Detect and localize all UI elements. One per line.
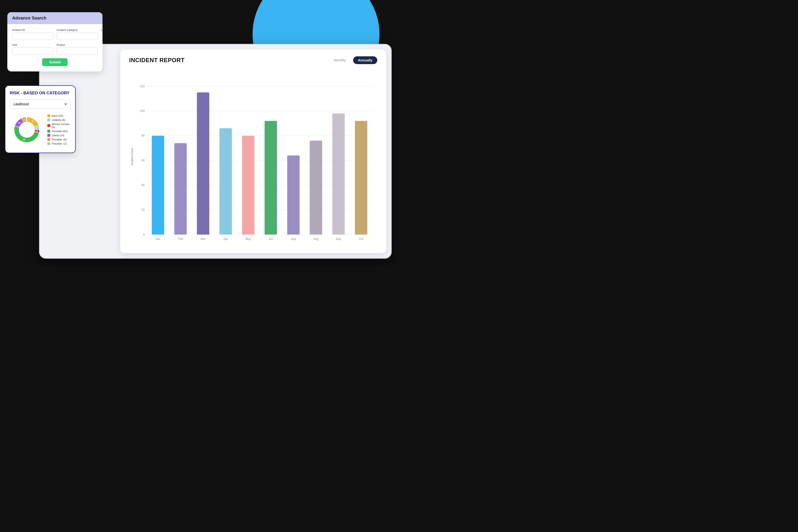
legend-color-box [47, 138, 50, 141]
legend-item: Unlikely-(6) [47, 118, 71, 121]
advance-search-card: Advance Search Incident ID Incident Cate… [7, 12, 103, 72]
location-label: Location [101, 28, 103, 32]
incident-id-input[interactable] [12, 33, 53, 40]
legend-label: Almost Certain-(4) [52, 122, 71, 129]
svg-text:20: 20 [32, 120, 34, 122]
advance-search-header: Advance Search [7, 12, 103, 24]
unit-group: Unit [12, 43, 53, 55]
incident-id-label: Incident ID [12, 28, 53, 32]
location-group: Location [101, 28, 103, 40]
legend-color-box [47, 130, 50, 133]
chart-area: Incident Count [129, 69, 377, 244]
project-input[interactable] [57, 48, 97, 55]
likelihood-select[interactable]: Likelihood Rare Unlikely Almost Certain … [10, 99, 71, 109]
legend-item: Rare-(20) [47, 114, 71, 117]
legend-color-box [47, 134, 50, 137]
legend-label: Rare-(20) [52, 114, 63, 117]
legend-item: Possible -(6) [47, 138, 71, 141]
unit-input[interactable] [12, 48, 53, 55]
submit-row: Submit [12, 58, 97, 66]
legend-label: Unlikely-(6) [52, 118, 66, 121]
legend-color-box [47, 124, 50, 127]
y-axis-label: Incident Count [129, 69, 133, 244]
annually-toggle-button[interactable]: Annually [353, 56, 377, 64]
legend-item: Possible -(1) [47, 142, 71, 145]
donut-container: 206453146 [10, 113, 44, 147]
incident-header: INCIDENT REPORT Monthly Annually [129, 56, 377, 64]
legend-list: Rare-(20)Unlikely-(6)Almost Certain-(4)P… [47, 114, 71, 145]
legend-label: Possible -(1) [52, 142, 67, 145]
advance-search-body: Incident ID Incident Category Location U… [7, 24, 103, 72]
risk-card: RISK - BASED ON CATEGORY Likelihood Rare… [5, 86, 76, 153]
incident-report-title: INCIDENT REPORT [129, 57, 185, 64]
unit-label: Unit [12, 43, 53, 46]
form-row-1: Incident ID Incident Category Location [12, 28, 97, 40]
toggle-group: Monthly Annually [329, 56, 377, 64]
location-input[interactable] [101, 33, 103, 40]
legend-label: Likely-(14) [52, 134, 64, 137]
monthly-toggle-button[interactable]: Monthly [329, 56, 351, 64]
svg-text:4: 4 [36, 130, 38, 132]
device-frame: INCIDENT REPORT Monthly Annually Inciden… [39, 44, 392, 259]
form-row-2: Unit Project [12, 43, 97, 55]
incident-category-label: Incident Category [57, 28, 97, 32]
legend-label: Possible-(53) [52, 130, 68, 133]
legend-item: Possible-(53) [47, 130, 71, 133]
svg-text:53: 53 [23, 138, 25, 141]
legend-color-box [47, 142, 50, 145]
project-group: Project [57, 43, 97, 55]
risk-title: RISK - BASED ON CATEGORY [10, 91, 71, 96]
donut-chart: 206453146 [10, 113, 44, 147]
advance-search-title: Advance Search [12, 16, 97, 21]
incident-category-group: Incident Category [57, 28, 97, 40]
svg-text:6: 6 [24, 119, 25, 121]
legend-item: Likely-(14) [47, 134, 71, 137]
incident-report-card: INCIDENT REPORT Monthly Annually Inciden… [120, 50, 386, 253]
submit-button[interactable]: Submit [42, 58, 67, 66]
incident-category-input[interactable] [57, 33, 97, 40]
svg-text:6: 6 [36, 127, 38, 129]
legend-color-box [47, 114, 50, 117]
incident-id-group: Incident ID [12, 28, 53, 40]
legend-color-box [47, 118, 50, 121]
legend-item: Almost Certain-(4) [47, 122, 71, 129]
chart-with-grid [134, 69, 377, 244]
chart-inner: Incident Count [129, 69, 377, 244]
legend-label: Possible -(6) [52, 138, 67, 141]
donut-section: 206453146 Rare-(20)Unlikely-(6)Almost Ce… [10, 113, 71, 147]
svg-text:14: 14 [18, 122, 20, 124]
project-label: Project [57, 43, 97, 46]
